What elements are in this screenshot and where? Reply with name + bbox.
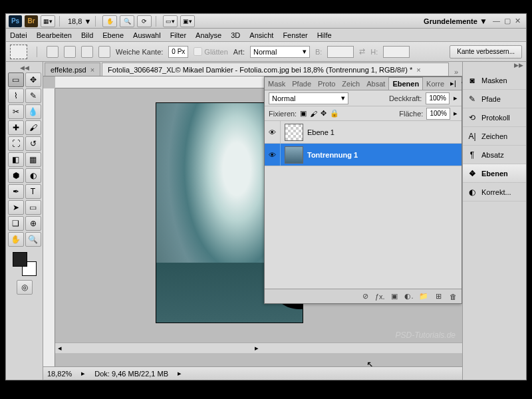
opacity-slider-icon[interactable]: ▸: [454, 94, 458, 102]
launch-mb-icon[interactable]: ▦▾: [41, 15, 55, 27]
path-select-tool[interactable]: ➤: [8, 200, 24, 215]
foreground-color-swatch[interactable]: [13, 252, 27, 267]
panel-button-zeichen[interactable]: A|Zeichen: [463, 127, 526, 146]
close-tab-icon[interactable]: ×: [90, 66, 94, 74]
lasso-tool[interactable]: ⌇: [8, 88, 24, 103]
visibility-toggle-icon[interactable]: 👁: [265, 144, 281, 166]
panel-tab-masken[interactable]: Mask: [265, 77, 289, 90]
adjustment-layer-icon[interactable]: ◐.: [404, 292, 414, 301]
hand-tool[interactable]: ✋: [8, 232, 24, 247]
layer-name[interactable]: Ebene 1: [307, 128, 334, 136]
panel-menu-icon[interactable]: ▾≡: [459, 79, 462, 88]
panel-tab-pfade[interactable]: Pfade: [289, 77, 315, 90]
pen-tool[interactable]: ✒: [8, 184, 24, 199]
visibility-toggle-icon[interactable]: 👁: [265, 121, 281, 143]
refine-edge-button[interactable]: Kante verbessern...: [450, 45, 522, 59]
3d-camera-tool[interactable]: ⊕: [25, 216, 41, 231]
menu-analyse[interactable]: Analyse: [196, 31, 221, 39]
sel-new-icon[interactable]: [47, 46, 59, 58]
eyedropper-tool[interactable]: 💧: [25, 104, 41, 119]
gradient-tool[interactable]: ▦: [25, 152, 41, 167]
canvas-area[interactable]: Mask Pfade Proto Zeich Absat Ebenen Korr…: [43, 76, 462, 366]
menu-fenster[interactable]: Fenster: [283, 31, 307, 39]
panel-button-ebenen[interactable]: ❖Ebenen: [463, 164, 526, 183]
shape-tool[interactable]: ▭: [25, 200, 41, 215]
sel-add-icon[interactable]: [64, 46, 76, 58]
feather-input[interactable]: 0 Px: [168, 46, 188, 58]
horizontal-scrollbar[interactable]: ◂ ▸: [55, 342, 462, 353]
layer-row[interactable]: 👁 Tontrennung 1: [265, 144, 462, 166]
tab-overflow-icon[interactable]: »: [450, 68, 462, 76]
current-tool-swatch[interactable]: [10, 45, 27, 59]
blur-tool[interactable]: ⬢: [8, 168, 24, 183]
menu-3d[interactable]: 3D: [231, 31, 240, 39]
sel-sub-icon[interactable]: [81, 46, 93, 58]
fill-input[interactable]: 100%: [426, 108, 450, 120]
new-layer-icon[interactable]: ⊞: [434, 292, 443, 301]
screen-mode-icon[interactable]: ▣▾: [180, 15, 195, 27]
dodge-tool[interactable]: ◐: [25, 168, 41, 183]
doc-tab-2[interactable]: Fotolia_3066487_XL© Mikael Damkier - Fot…: [102, 63, 449, 76]
rotate-view-icon[interactable]: ⟳: [137, 15, 152, 27]
panel-button-absatz[interactable]: ¶Absatz: [463, 146, 526, 164]
layer-mask-icon[interactable]: ▣: [390, 292, 399, 301]
menu-bild[interactable]: Bild: [81, 31, 93, 39]
history-brush-tool[interactable]: ↺: [25, 136, 41, 151]
status-zoom-arrow-icon[interactable]: ▸: [81, 369, 85, 378]
panel-button-masken[interactable]: ◙Masken: [463, 71, 526, 90]
panel-button-pfade[interactable]: ✎Pfade: [463, 90, 526, 108]
sel-intersect-icon[interactable]: [98, 46, 110, 58]
panel-button-protokoll[interactable]: ⟲Protokoll: [463, 108, 526, 127]
menu-datei[interactable]: Datei: [10, 31, 27, 39]
fill-slider-icon[interactable]: ▸: [454, 109, 458, 118]
layer-name[interactable]: Tontrennung 1: [307, 151, 358, 159]
bridge-logo-icon[interactable]: Br: [25, 15, 38, 27]
quickmask-icon[interactable]: ◎: [17, 280, 33, 295]
dock-collapse-icon[interactable]: ▶▶: [463, 62, 526, 71]
3d-tool[interactable]: ❑: [8, 216, 24, 231]
panel-tab-absatz[interactable]: Absat: [363, 77, 388, 90]
menu-ebene[interactable]: Ebene: [102, 31, 124, 39]
workspace-dropdown[interactable]: Grundelemente ▼: [424, 17, 487, 26]
zoom-tool-icon[interactable]: 🔍: [120, 15, 134, 27]
minimize-icon[interactable]: —: [493, 17, 500, 25]
status-zoom[interactable]: 18,82%: [47, 370, 72, 378]
move-tool[interactable]: ✥: [25, 72, 41, 87]
group-icon[interactable]: 📁: [419, 292, 428, 301]
layer-thumbnail[interactable]: [285, 146, 303, 164]
quick-select-tool[interactable]: ✎: [25, 88, 41, 103]
layer-row[interactable]: 👁 Ebene 1: [265, 121, 462, 144]
marquee-tool[interactable]: ▭: [8, 72, 24, 87]
lock-trans-icon[interactable]: ▣: [300, 109, 307, 118]
doc-tab-1[interactable]: effekte.psd ×: [45, 63, 100, 76]
lock-pos-icon[interactable]: ✥: [321, 109, 327, 118]
layer-thumbnail[interactable]: [285, 124, 303, 141]
style-dropdown[interactable]: Normal▾: [250, 46, 310, 58]
menu-ansicht[interactable]: Ansicht: [249, 31, 273, 39]
panel-button-korrekt[interactable]: ◐Korrekt...: [463, 183, 526, 201]
panel-tab-zeichen[interactable]: Zeich: [338, 77, 363, 90]
maximize-icon[interactable]: ▢: [504, 17, 511, 25]
crop-tool[interactable]: ✂: [8, 104, 24, 119]
opacity-input[interactable]: 100%: [426, 92, 450, 104]
arrange-docs-icon[interactable]: ▭▾: [163, 15, 178, 27]
zoom-dropdown[interactable]: 18,8 ▼: [68, 17, 91, 25]
menu-filter[interactable]: Filter: [170, 31, 186, 39]
lock-all-icon[interactable]: 🔒: [330, 109, 339, 118]
hand-tool-icon[interactable]: ✋: [102, 15, 117, 27]
type-tool[interactable]: T: [25, 184, 41, 199]
eraser-tool[interactable]: ◧: [8, 152, 24, 167]
status-menu-icon[interactable]: ▸: [178, 369, 182, 378]
stamp-tool[interactable]: ⛶: [8, 136, 24, 151]
menu-auswahl[interactable]: Auswahl: [133, 31, 161, 39]
panel-tabs-overflow-icon[interactable]: ▸|: [448, 79, 459, 88]
panel-tab-korrekt[interactable]: Korre: [423, 77, 448, 90]
link-layers-icon[interactable]: ⊘: [360, 292, 370, 301]
brush-tool[interactable]: 🖌: [25, 120, 41, 135]
close-tab-icon[interactable]: ×: [416, 66, 420, 74]
toolbox-collapse-icon[interactable]: ◀◀: [20, 65, 29, 71]
color-swatches[interactable]: [13, 252, 37, 276]
panel-tab-protokoll[interactable]: Proto: [315, 77, 338, 90]
blend-mode-dropdown[interactable]: Normal▾: [269, 92, 348, 104]
delete-layer-icon[interactable]: 🗑: [448, 293, 458, 301]
